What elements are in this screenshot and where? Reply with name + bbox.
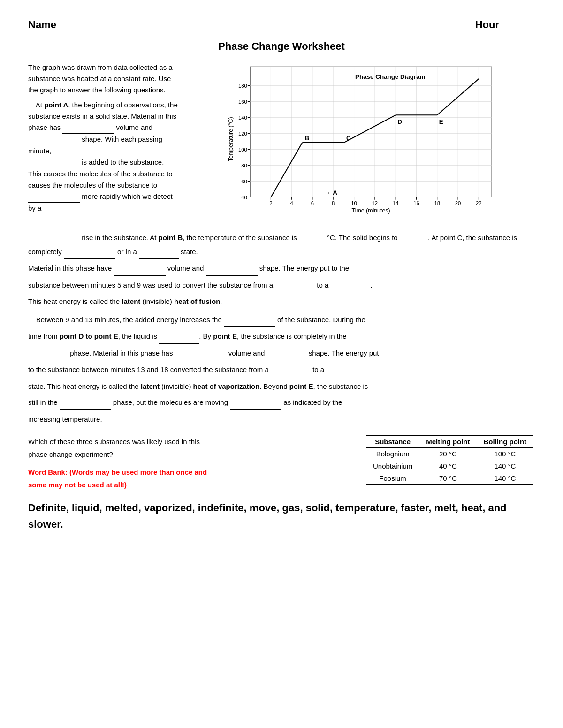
table-row: Unobtainium 40 °C 140 °C [366, 460, 533, 472]
shape-blank2[interactable] [206, 262, 258, 276]
substance-2: Unobtainium [366, 460, 419, 472]
moving-blank[interactable] [230, 396, 282, 410]
latent-bold1: latent [122, 297, 140, 305]
hour-underline [502, 22, 535, 30]
substances-table-container: Substance Melting point Boiling point Bo… [366, 435, 535, 485]
energy-blank2[interactable] [224, 313, 275, 327]
point-e-label: E [439, 118, 443, 125]
point-a-label: ←A [327, 189, 337, 196]
line-gas-phase: phase. Material in this phase has volume… [28, 347, 535, 361]
substance-3: Foosium [366, 472, 419, 485]
line-still: still in the phase, but the molecules ar… [28, 396, 535, 410]
col-melting: Melting point [419, 436, 477, 448]
energy-blank1[interactable] [28, 157, 80, 168]
completely-blank[interactable] [64, 245, 115, 259]
y-label-160: 160 [238, 99, 247, 105]
header-row: Name Hour [28, 19, 535, 38]
line-13-18: to the substance between minutes 13 and … [28, 363, 535, 377]
point-b-label: B [304, 135, 309, 142]
hour-section: Hour [475, 19, 535, 31]
col-boiling: Boiling point [477, 436, 533, 448]
phase-change-chart: 40 60 80 100 120 140 160 180 2 4 6 8 10 … [188, 62, 535, 221]
point-a-bold: point A [44, 101, 68, 109]
line-between: Between 9 and 13 minutes, the added ener… [28, 313, 535, 327]
boiling-3: 140 °C [477, 472, 533, 485]
svg-rect-0 [250, 67, 492, 197]
shape-blank1[interactable] [28, 134, 80, 145]
line-point-d-e: time from point D to point E, the liquid… [28, 330, 535, 344]
to-blank2[interactable] [326, 363, 366, 377]
heat-vaporization-bold: heat of vaporization [193, 382, 260, 390]
boiling-1: 100 °C [477, 448, 533, 460]
x-label-22: 22 [476, 200, 482, 206]
move-para: causes the molecules of the substance to [28, 180, 178, 191]
shape-para: shape. With each passing minute, [28, 134, 178, 157]
intro-para1: The graph was drawn from data collected … [28, 62, 178, 96]
top-section: The graph was drawn from data collected … [28, 62, 535, 223]
line-material: Material in this phase have volume and s… [28, 262, 535, 276]
word-bank-words: Definite, liquid, melted, vaporized, ind… [28, 500, 535, 532]
latent-bold2: latent [141, 382, 160, 390]
y-axis-label: Temperature (°C) [228, 117, 234, 161]
name-underline [59, 22, 190, 30]
line-increasing: increasing temperature. [28, 413, 535, 426]
state-blank1[interactable] [139, 245, 179, 259]
point-a-para: At point A, the beginning of observation… [28, 99, 178, 134]
point-e-ref: point E [213, 332, 237, 340]
volume-blank1[interactable] [62, 122, 114, 134]
x-label-14: 14 [393, 200, 399, 206]
to-blank1[interactable] [331, 279, 371, 293]
y-label-120: 120 [238, 131, 247, 136]
question-para: Which of these three substances was like… [28, 435, 352, 461]
bottom-section: Which of these three substances was like… [28, 435, 535, 491]
line-latent-fusion: This heat energy is called the latent (i… [28, 295, 535, 309]
x-label-8: 8 [332, 200, 335, 206]
chart-area: 40 60 80 100 120 140 160 180 2 4 6 8 10 … [188, 62, 535, 223]
name-label: Name [28, 19, 56, 31]
x-label-20: 20 [455, 200, 461, 206]
from-blank2[interactable] [271, 363, 311, 377]
name-section: Name [28, 19, 190, 31]
y-label-100: 100 [238, 147, 247, 152]
boiling-2: 140 °C [477, 460, 533, 472]
x-label-6: 6 [311, 200, 314, 206]
begins-blank[interactable] [400, 231, 428, 245]
hour-label: Hour [475, 19, 499, 31]
melting-3: 70 °C [419, 472, 477, 485]
chart-title: Phase Change Diagram [355, 73, 426, 80]
point-d-ref: point D to point E [60, 332, 118, 340]
worksheet-title: Phase Change Worksheet [218, 40, 345, 52]
table-row: Bolognium 20 °C 100 °C [366, 448, 533, 460]
point-b-ref: point B [159, 234, 183, 242]
y-label-60: 60 [241, 179, 247, 184]
y-label-40: 40 [241, 195, 247, 200]
table-row: Foosium 70 °C 140 °C [366, 472, 533, 485]
x-label-2: 2 [269, 200, 272, 206]
x-label-10: 10 [351, 200, 357, 206]
liquid-blank[interactable] [159, 330, 199, 344]
experiment-blank[interactable] [113, 448, 169, 461]
line-substance-convert: substance between minutes 5 and 9 was us… [28, 279, 535, 293]
from-blank1[interactable] [275, 279, 315, 293]
phase-blank[interactable] [28, 347, 68, 361]
point-d-label: D [397, 118, 402, 125]
move-blank-para: more rapidly which we detect by a [28, 191, 178, 214]
point-e2-ref: point E [289, 382, 313, 390]
point-c-label: C [346, 135, 351, 142]
rise-blank[interactable] [28, 231, 80, 245]
shape-blank3[interactable] [267, 347, 307, 361]
melting-1: 20 °C [419, 448, 477, 460]
heat-fusion-bold: heat of fusion [174, 297, 220, 305]
move-blank[interactable] [28, 191, 80, 203]
word-bank-label: Word Bank: (Words may be used more than … [28, 466, 352, 491]
volume-blank2[interactable] [114, 262, 166, 276]
still-blank[interactable] [60, 396, 111, 410]
energy-para: is added to the substance. This causes t… [28, 157, 178, 180]
substance-1: Bolognium [366, 448, 419, 460]
volume-blank3[interactable] [175, 347, 227, 361]
x-label-12: 12 [372, 200, 378, 206]
bottom-left: Which of these three substances was like… [28, 435, 352, 491]
temp-blank[interactable] [299, 231, 327, 245]
x-label-18: 18 [434, 200, 440, 206]
col-substance: Substance [366, 436, 419, 448]
